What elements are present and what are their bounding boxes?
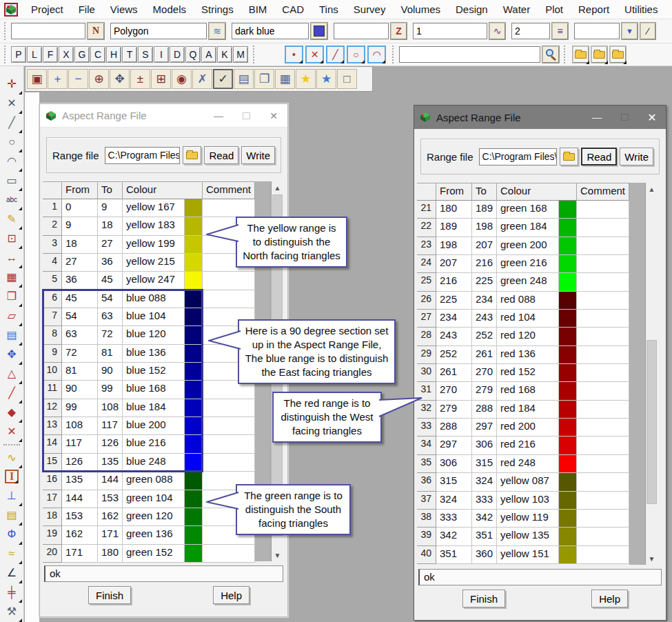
from-cell[interactable]: 306: [436, 455, 472, 473]
table-row[interactable]: 42736yellow 215: [43, 254, 255, 272]
zoom-in-out-icon[interactable]: ±: [130, 69, 150, 89]
row-number-cell[interactable]: 34: [417, 437, 436, 454]
close-button[interactable]: ✕: [260, 104, 287, 127]
hatch-polygon-icon[interactable]: ◆: [2, 403, 21, 421]
shared-folder-icon[interactable]: [591, 46, 608, 63]
colour-swatch-cell[interactable]: [559, 255, 577, 273]
colour-swatch-cell[interactable]: [185, 326, 203, 344]
comment-cell[interactable]: [203, 545, 255, 563]
table-row[interactable]: 36315324yellow 087: [417, 473, 629, 491]
colour-name-cell[interactable]: yellow 167: [123, 199, 185, 217]
name-input[interactable]: [11, 23, 85, 39]
table-row[interactable]: 30261270red 152: [417, 364, 629, 382]
minimize-button[interactable]: —: [583, 106, 611, 129]
minimize-button[interactable]: —: [205, 104, 232, 127]
arc-snap-icon[interactable]: ◠: [367, 46, 386, 63]
to-cell[interactable]: 9: [98, 199, 123, 217]
window-box-icon[interactable]: □: [337, 69, 357, 89]
table-row[interactable]: 33288297red 200: [417, 419, 629, 437]
measure-distance-icon[interactable]: ↔: [2, 248, 21, 267]
comment-cell[interactable]: [577, 419, 629, 437]
maximize-button[interactable]: [232, 104, 260, 127]
menu-models[interactable]: Models: [145, 1, 194, 18]
row-number-cell[interactable]: 20: [43, 545, 62, 563]
table-row[interactable]: 27234243red 104: [417, 310, 629, 328]
to-cell[interactable]: 261: [472, 346, 497, 364]
cancel-redraw-icon[interactable]: ✗: [192, 69, 212, 89]
menu-strings[interactable]: Strings: [194, 1, 241, 18]
row-number-cell[interactable]: 5: [43, 272, 62, 290]
to-cell[interactable]: 189: [472, 201, 497, 219]
mode-button-i[interactable]: I: [154, 46, 169, 63]
menu-survey[interactable]: Survey: [346, 1, 394, 18]
to-cell[interactable]: 144: [98, 472, 123, 490]
comment-cell[interactable]: [203, 417, 255, 435]
row-number-cell[interactable]: 28: [417, 328, 436, 345]
to-cell[interactable]: 27: [98, 236, 123, 254]
search-icon[interactable]: [542, 46, 560, 63]
comment-cell[interactable]: [577, 201, 629, 219]
type-input[interactable]: [110, 23, 207, 39]
scroll-down-icon[interactable]: ▼: [646, 552, 658, 565]
finish-button[interactable]: Finish: [462, 590, 505, 608]
read-button[interactable]: Read: [581, 148, 617, 165]
from-cell[interactable]: 99: [62, 399, 98, 417]
fit-view-icon[interactable]: ⊕: [89, 69, 109, 89]
to-cell[interactable]: 72: [98, 326, 123, 344]
accept-pick-icon[interactable]: ✓: [213, 69, 233, 89]
from-cell[interactable]: 252: [436, 346, 472, 364]
row-number-cell[interactable]: 21: [417, 201, 436, 219]
comment-cell[interactable]: [203, 272, 255, 290]
from-cell[interactable]: 171: [62, 545, 98, 563]
table-row[interactable]: 18153162green 120: [43, 508, 255, 526]
dialog-titlebar[interactable]: Aspect Range File — ✕: [414, 106, 666, 129]
to-cell[interactable]: 324: [472, 473, 497, 491]
row-number-cell[interactable]: 30: [417, 364, 436, 382]
from-cell[interactable]: 297: [436, 437, 472, 454]
from-cell[interactable]: 9: [62, 217, 98, 235]
colour-name-cell[interactable]: blue 152: [123, 363, 185, 381]
row-number-cell[interactable]: 13: [43, 417, 62, 435]
from-cell[interactable]: 144: [62, 490, 98, 508]
comment-cell[interactable]: [577, 310, 629, 328]
colour-name-cell[interactable]: blue 200: [123, 417, 185, 435]
from-cell[interactable]: 216: [436, 273, 472, 291]
colour-name-cell[interactable]: green 248: [497, 273, 559, 291]
from-cell[interactable]: 126: [62, 454, 98, 472]
colour-name-cell[interactable]: red 216: [497, 437, 559, 454]
from-cell[interactable]: 315: [436, 473, 472, 491]
to-cell[interactable]: 315: [472, 455, 497, 473]
gate-section-icon[interactable]: Φ: [2, 525, 21, 543]
colour-swatch-cell[interactable]: [185, 254, 203, 272]
mode-button-m[interactable]: M: [233, 46, 248, 63]
toolbar-grip[interactable]: [4, 46, 8, 63]
finish-button[interactable]: Finish: [88, 586, 131, 604]
colour-name-cell[interactable]: red 248: [497, 455, 559, 473]
colour-name-cell[interactable]: green 088: [123, 472, 185, 490]
to-cell[interactable]: 243: [472, 310, 497, 328]
from-cell[interactable]: 45: [62, 290, 98, 308]
circle-snap-icon[interactable]: ○: [347, 46, 365, 63]
to-cell[interactable]: 135: [98, 454, 123, 472]
colour-swatch-cell[interactable]: [559, 419, 577, 437]
from-cell[interactable]: 198: [436, 237, 472, 255]
browse-folder-icon[interactable]: [560, 148, 578, 165]
table-row[interactable]: 15126135blue 248: [43, 454, 255, 472]
open-project-folder-icon[interactable]: [572, 46, 589, 63]
row-number-cell[interactable]: 4: [43, 254, 62, 272]
mode-button-x[interactable]: X: [59, 46, 74, 63]
menu-project[interactable]: Project: [23, 1, 71, 18]
table-row[interactable]: 108190blue 152: [43, 363, 255, 381]
to-cell[interactable]: 45: [98, 272, 123, 290]
remove-view-icon[interactable]: −: [68, 69, 88, 89]
to-cell[interactable]: 234: [472, 292, 497, 310]
to-cell[interactable]: 270: [472, 364, 497, 382]
row-number-cell[interactable]: 18: [43, 508, 62, 526]
colour-swatch-cell[interactable]: [185, 199, 203, 217]
write-button[interactable]: Write: [620, 148, 653, 165]
translate-move-icon[interactable]: ✥: [2, 345, 21, 363]
to-cell[interactable]: 198: [472, 219, 497, 237]
menu-tins[interactable]: Tins: [312, 1, 346, 18]
create-arc-icon[interactable]: ◠: [2, 152, 21, 170]
from-cell[interactable]: 351: [436, 546, 472, 564]
